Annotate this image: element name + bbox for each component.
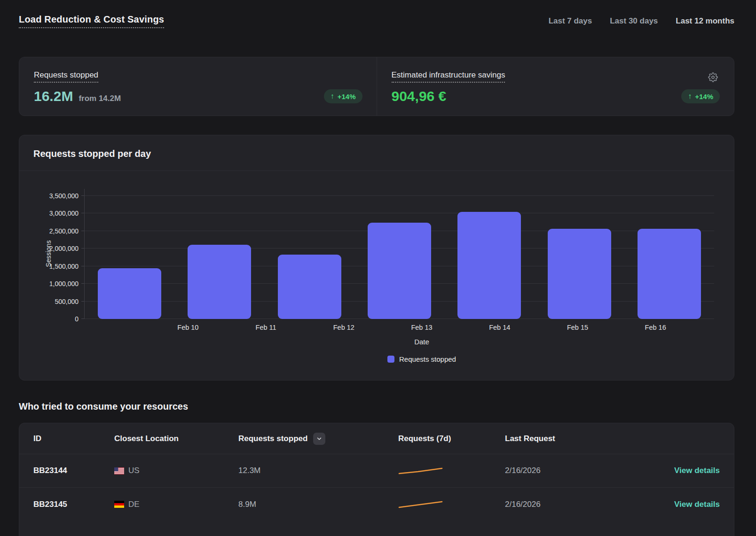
x-axis-tick-label: Feb 13 [383,324,461,331]
y-axis-tick-label: 3,500,000 [49,192,79,200]
y-axis-tick-label: 1,500,000 [49,263,79,270]
delta-value: +14% [695,93,713,101]
bar-slot [444,212,534,319]
requests-stopped-delta-badge: ↑ +14% [324,89,362,103]
y-axis-tick-label: 2,500,000 [49,227,79,235]
requests-stopped-value: 16.2M [34,88,73,104]
location-code: US [128,466,140,475]
bar-feb-11[interactable] [188,245,251,319]
column-header-label: Closest Location [114,434,179,443]
page-title: Load Reduction & Cost Savings [19,14,164,28]
column-header-label: Requests stopped [238,434,307,443]
view-details-link[interactable]: View details [674,466,720,475]
y-axis-tick-mark [81,213,84,213]
y-axis-tick-label: 3,000,000 [49,210,79,217]
legend-swatch-icon [387,356,394,363]
legend-label: Requests stopped [399,355,456,363]
bar-feb-12[interactable] [278,255,341,319]
bar-feb-15[interactable] [548,229,611,319]
bar-slot [85,268,174,319]
bar-slot [174,245,264,319]
x-axis-tick-label: Feb 16 [616,324,694,331]
requests-stopped-label: Requests stopped [34,70,98,83]
cell-requests-stopped: 8.9M [238,500,398,509]
bar-slot [354,223,444,319]
chart-card-header: Requests stopped per day [19,135,734,171]
bar-feb-16[interactable] [638,229,701,319]
requests-stopped-value-row: 16.2M from 14.2M ↑ +14% [34,88,362,104]
up-arrow-icon: ↑ [688,92,692,101]
y-axis-tick-mark [81,318,84,319]
up-arrow-icon: ↑ [331,92,334,101]
gear-icon[interactable] [708,72,718,82]
location-code: DE [128,500,140,509]
cell-last-request: 2/16/2026 [505,500,637,509]
x-axis-tick-label: Feb 12 [305,324,383,331]
bar-chart: Sessions 0500,0001,000,0001,500,0002,000… [19,171,734,363]
x-axis-tick-label: Feb 15 [539,324,617,331]
y-axis-tick-label: 2,000,000 [49,245,79,252]
top-bar: Load Reduction & Cost Savings Last 7 day… [19,14,734,28]
requests-stopped-stat: Requests stopped 16.2M from 14.2M ↑ +14% [19,57,377,116]
cell-closest-location: US [114,466,238,475]
requests-sparkline [398,499,505,510]
y-axis-tick-label: 0 [75,315,79,323]
x-axis-title: Date [149,338,694,346]
cell-last-request: 2/16/2026 [505,466,637,475]
table-body: BB23144US12.3M2/16/2026View detailsBB231… [19,454,734,521]
y-axis-tick-mark [81,283,84,284]
bar-feb-10[interactable] [98,268,161,319]
column-header-requests-7d: Requests (7d) [398,434,505,443]
infrastructure-savings-delta-badge: ↑ +14% [681,89,720,103]
bar-slot [265,255,354,319]
table-row-bb23144: BB23144US12.3M2/16/2026View details [19,454,734,488]
cell-requests-stopped: 12.3M [238,466,398,475]
infrastructure-savings-value-row: 904,96 € ↑ +14% [392,88,720,104]
bar-feb-14[interactable] [457,212,521,319]
bar-feb-13[interactable] [368,223,431,319]
cell-id: BB23144 [33,466,114,475]
tab-last-12-months[interactable]: Last 12 months [676,16,734,26]
stats-card: Requests stopped 16.2M from 14.2M ↑ +14%… [19,57,734,116]
us-flag-icon [114,467,124,474]
column-header-last-request: Last Request [505,434,637,443]
chart-card: Requests stopped per day Sessions 0500,0… [19,135,734,381]
y-axis-tick-mark [81,231,84,231]
resources-table: IDClosest LocationRequests stoppedReques… [19,423,734,536]
infrastructure-savings-label: Estimated infrastructure savings [392,70,505,83]
column-header-requests-stopped: Requests stopped [238,433,398,445]
table-row-bb23145: BB23145DE8.9M2/16/2026View details [19,488,734,521]
x-axis-tick-label: Feb 11 [227,324,305,331]
cell-actions: View details [637,466,720,475]
chart-title: Requests stopped per day [33,148,151,159]
infrastructure-savings-stat: Estimated infrastructure savings 904,96 … [377,57,734,116]
bars [85,189,714,319]
time-range-tabs: Last 7 daysLast 30 daysLast 12 months [549,16,734,26]
y-axis-tick-mark [81,301,84,302]
table-section-heading: Who tried to consume your resources [19,401,734,412]
sort-dropdown-button[interactable] [313,433,325,445]
de-flag-icon [114,501,124,508]
tab-last-7-days[interactable]: Last 7 days [549,16,592,26]
tab-last-30-days[interactable]: Last 30 days [610,16,658,26]
column-header-label: Last Request [505,434,555,443]
delta-value: +14% [338,93,356,101]
requests-stopped-previous: from 14.2M [79,94,121,103]
infrastructure-savings-value: 904,96 € [392,88,447,104]
x-axis-tick-label: Feb 10 [149,324,227,331]
legend-item-requests-stopped[interactable]: Requests stopped [387,355,456,363]
chart-legend: Requests stopped [149,355,694,363]
view-details-link[interactable]: View details [674,500,720,509]
y-axis-tick-mark [81,248,84,249]
y-axis-tick-label: 500,000 [55,298,79,305]
x-axis-tick-label: Feb 14 [461,324,539,331]
bar-slot [534,229,624,319]
chevron-down-icon [316,435,323,442]
cell-actions: View details [637,500,720,509]
column-header-label: Requests (7d) [398,434,451,443]
y-axis-tick-label: 1,000,000 [49,280,79,287]
column-header-id: ID [33,434,114,443]
dashboard-page: Load Reduction & Cost Savings Last 7 day… [19,0,734,536]
y-axis-tick-mark [81,266,84,266]
column-header-label: ID [33,434,41,443]
